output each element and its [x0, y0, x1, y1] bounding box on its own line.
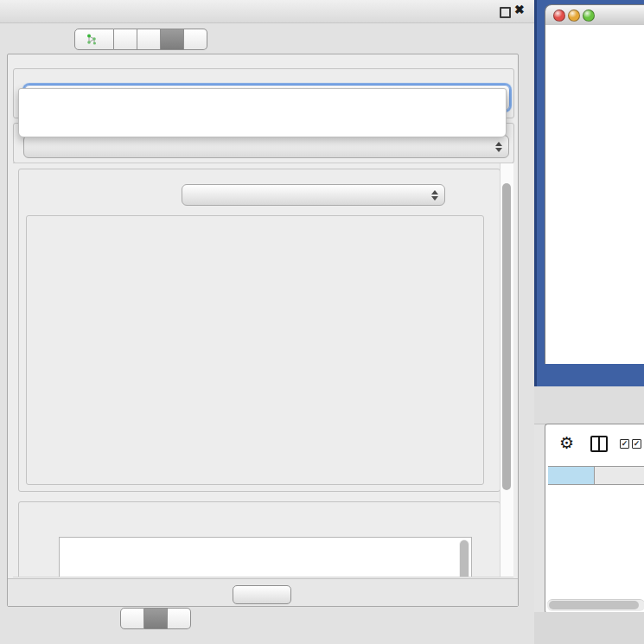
close-icon[interactable]: ✖ — [514, 3, 525, 16]
thresholds-group — [26, 215, 484, 485]
combo-arrows-icon — [495, 142, 502, 152]
network-canvas-svg — [545, 25, 644, 364]
tab-network[interactable] — [74, 29, 114, 50]
bottom-tabbar — [120, 608, 191, 628]
columns-icon[interactable] — [590, 436, 608, 452]
column-header-name[interactable] — [595, 467, 644, 485]
apply-strip — [8, 578, 518, 606]
float-window-icon[interactable] — [500, 7, 511, 18]
network-view-frame — [534, 0, 644, 386]
table-header-row — [548, 466, 644, 484]
settings-scroll-viewport — [13, 163, 513, 577]
table-rows — [548, 484, 644, 598]
checkbox-icon[interactable]: ✓ — [632, 439, 641, 449]
control-panel-window: ✖ — [0, 0, 534, 644]
network-icon — [86, 34, 98, 45]
network-canvas[interactable] — [545, 25, 644, 364]
attributes-list-scrollbar[interactable] — [459, 539, 469, 577]
tab-infer-network[interactable] — [168, 608, 191, 629]
minimize-traffic-light[interactable] — [568, 10, 580, 22]
table-toolbar: ⚙ ✓ ✓ — [545, 424, 644, 464]
discretization-algorithm-group — [13, 68, 514, 118]
zoom-traffic-light[interactable] — [583, 10, 595, 22]
attributes-listbox — [59, 537, 472, 577]
gear-icon[interactable]: ⚙ — [559, 433, 574, 452]
interval-definition-group — [18, 169, 501, 492]
table-panel-window: ⚙ ✓ ✓ — [545, 424, 644, 614]
attributes-list — [60, 538, 471, 539]
tab-style[interactable] — [114, 29, 137, 50]
algorithm-dropdown-popup — [18, 88, 507, 137]
table-data-combobox[interactable] — [23, 135, 509, 158]
tab-impute-data[interactable] — [120, 608, 144, 629]
table-horizontal-scrollbar[interactable] — [547, 599, 644, 611]
apply-button[interactable] — [233, 585, 291, 604]
settings-vertical-scrollbar[interactable] — [500, 163, 513, 577]
column-header-shared-name[interactable] — [548, 467, 595, 485]
cyni-toolbox-panel — [7, 54, 519, 607]
control-panel-titlebar: ✖ — [0, 0, 534, 23]
tab-select[interactable] — [137, 29, 161, 50]
settings-scrollbar-thumb[interactable] — [502, 183, 511, 490]
top-tabbar — [74, 29, 207, 48]
network-window-titlebar[interactable] — [545, 5, 644, 26]
close-traffic-light[interactable] — [553, 10, 565, 22]
tab-discretize-data[interactable] — [144, 608, 168, 629]
attributes-list-scrollbar-thumb[interactable] — [460, 540, 469, 577]
tab-jactivemnodules[interactable] — [184, 29, 207, 50]
table-hscrollbar-thumb[interactable] — [549, 601, 639, 609]
table-panel-bar — [534, 386, 644, 424]
number-of-intervals-combobox[interactable] — [182, 184, 445, 206]
tab-cyni-toolbox[interactable] — [161, 29, 184, 50]
combo-arrows-icon — [431, 190, 438, 201]
desktop-background — [534, 612, 644, 644]
network-window — [545, 4, 644, 364]
checkbox-icon[interactable]: ✓ — [620, 439, 629, 449]
attributes-group — [18, 501, 501, 577]
